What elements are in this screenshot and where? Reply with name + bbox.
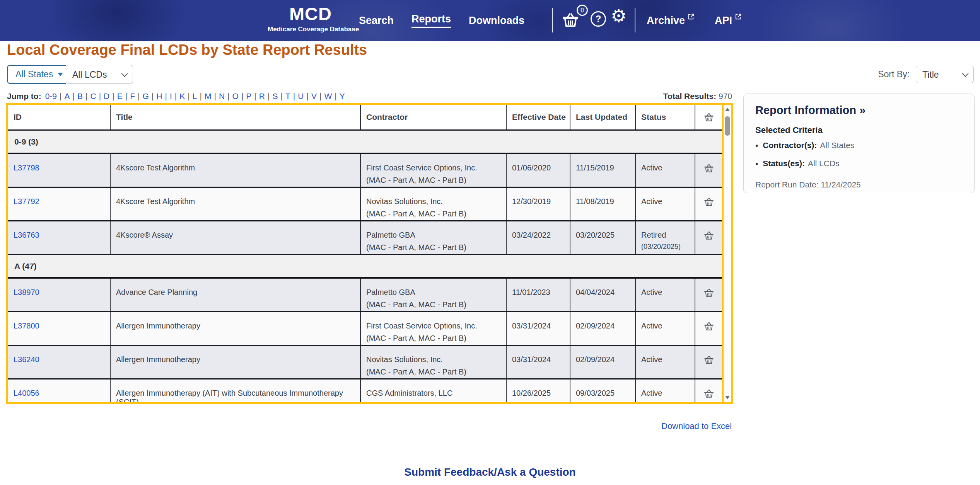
jump-link-G[interactable]: G [143, 92, 149, 100]
contractor-cell: Novitas Solutions, Inc.(MAC - Part A, MA… [361, 188, 507, 220]
all-states-label: All States [15, 69, 53, 80]
basket-cell [695, 154, 722, 187]
col-header-title: Title [111, 105, 361, 129]
jump-separator: | [335, 92, 336, 100]
table-row: L37800Allergen ImmunotherapyFirst Coast … [8, 312, 722, 346]
page-title: Local Coverage Final LCDs by State Repor… [7, 42, 367, 58]
lcd-id-link[interactable]: L37792 [14, 197, 39, 206]
all-states-dropdown-button[interactable]: All States [7, 65, 72, 84]
api-label: API [715, 15, 732, 27]
jump-link-V[interactable]: V [311, 92, 317, 100]
jump-link-I[interactable]: I [170, 92, 172, 100]
api-link[interactable]: API [715, 15, 742, 27]
add-to-basket-button[interactable] [704, 355, 714, 366]
effective-date-cell: 03/24/2022 [507, 221, 570, 254]
jump-separator: | [280, 92, 282, 100]
jump-link-0-9[interactable]: 0-9 [45, 92, 57, 100]
jump-link-R[interactable]: R [259, 92, 265, 100]
status-cell: Active [636, 379, 695, 402]
effective-date-cell: 01/06/2020 [507, 154, 570, 187]
effective-date-cell: 03/31/2024 [507, 346, 570, 378]
id-cell: L40056 [8, 379, 111, 402]
sort-by-group: Sort By: Title [878, 66, 974, 83]
jump-link-A[interactable]: A [64, 92, 70, 100]
selected-criteria-heading: Selected Criteria [755, 125, 963, 135]
table-header-row: ID Title Contractor Effective Date Last … [8, 105, 722, 131]
jump-link-F[interactable]: F [130, 92, 135, 100]
jump-separator: | [227, 92, 229, 100]
jump-link-E[interactable]: E [117, 92, 123, 100]
add-to-basket-button[interactable] [704, 197, 714, 208]
nav-reports[interactable]: Reports [411, 13, 451, 28]
lcd-id-link[interactable]: L37800 [14, 322, 39, 330]
lcd-id-link[interactable]: L40056 [14, 389, 39, 397]
add-to-basket-button[interactable] [704, 322, 714, 332]
title-cell: 4Kscore Test Algorithm [111, 188, 361, 220]
table-scrollbar[interactable] [722, 105, 731, 402]
jump-link-K[interactable]: K [179, 92, 185, 100]
total-results-label: Total Results: [663, 92, 716, 100]
jump-link-Y[interactable]: Y [340, 92, 345, 100]
mcd-logo[interactable]: MCD Medicare Coverage Database [268, 5, 353, 33]
main-nav: SearchReportsDownloads [359, 0, 524, 41]
jump-link-M[interactable]: M [205, 92, 212, 100]
status-cell: Active [636, 279, 695, 311]
jump-link-O[interactable]: O [232, 92, 239, 100]
basket-cell [695, 221, 722, 254]
last-updated-cell: 02/09/2024 [570, 312, 636, 345]
jump-link-D[interactable]: D [104, 92, 109, 100]
help-icon[interactable]: ? [591, 11, 606, 27]
id-cell: L36240 [8, 346, 111, 378]
table-body: 0-9 (3)L377984Kscore Test AlgorithmFirst… [8, 131, 722, 402]
add-to-basket-button[interactable] [704, 288, 714, 298]
report-information-panel: Report Information » Selected Criteria •… [743, 94, 975, 193]
last-updated-cell: 03/20/2025 [570, 221, 636, 254]
title-cell: 4Kscore Test Algorithm [111, 154, 361, 187]
logo-title: MCD [268, 5, 353, 23]
jump-link-S[interactable]: S [272, 92, 278, 100]
sort-select[interactable]: Title [916, 66, 974, 83]
basket-icon[interactable] [562, 12, 579, 29]
lcd-id-link[interactable]: L38970 [14, 288, 39, 296]
sort-select-wrap: Title [916, 66, 974, 83]
scroll-thumb[interactable] [725, 116, 730, 136]
nav-downloads[interactable]: Downloads [469, 15, 524, 27]
col-header-effective-date: Effective Date [507, 105, 570, 129]
jump-separator: | [306, 92, 308, 100]
download-to-excel-link[interactable]: Download to Excel [661, 421, 732, 431]
scroll-down-arrow[interactable] [725, 396, 730, 399]
submit-feedback-link[interactable]: Submit Feedback/Ask a Question [404, 466, 575, 478]
jump-link-W[interactable]: W [324, 92, 332, 100]
selected-criteria-list: •Contractor(s):All States•Status(es):All… [755, 141, 963, 168]
archive-link[interactable]: Archive [647, 15, 695, 27]
jump-link-L[interactable]: L [193, 92, 197, 100]
basket-cell [695, 188, 722, 220]
add-to-basket-button[interactable] [704, 389, 714, 399]
jump-link-T[interactable]: T [285, 92, 290, 100]
nav-search[interactable]: Search [359, 15, 394, 27]
report-information-heading[interactable]: Report Information » [755, 104, 866, 117]
scroll-up-arrow[interactable] [725, 108, 730, 111]
settings-gear-icon[interactable]: ⚙ [611, 7, 627, 25]
add-to-basket-button[interactable] [704, 231, 714, 241]
jump-link-C[interactable]: C [90, 92, 96, 100]
last-updated-cell: 04/04/2024 [570, 279, 636, 311]
jump-separator: | [319, 92, 321, 100]
lcd-filter-select[interactable]: All LCDs [66, 65, 133, 84]
jump-link-U[interactable]: U [298, 92, 304, 100]
jump-link-P[interactable]: P [246, 92, 251, 100]
jump-separator: | [175, 92, 177, 100]
report-run-date: Report Run Date: 11/24/2025 [755, 180, 963, 189]
last-updated-cell: 11/08/2019 [570, 188, 636, 220]
add-to-basket-button[interactable] [704, 163, 714, 174]
lcd-id-link[interactable]: L36763 [14, 231, 39, 239]
bullet-icon: • [755, 159, 758, 168]
last-updated-cell: 02/09/2024 [570, 346, 636, 378]
lcd-id-link[interactable]: L37798 [14, 163, 39, 172]
table-row: L377924Kscore Test AlgorithmNovitas Solu… [8, 188, 722, 221]
jump-link-B[interactable]: B [77, 92, 83, 100]
lcd-id-link[interactable]: L36240 [14, 355, 39, 364]
jump-separator: | [254, 92, 256, 100]
jump-link-H[interactable]: H [156, 92, 162, 100]
jump-link-N[interactable]: N [219, 92, 225, 100]
